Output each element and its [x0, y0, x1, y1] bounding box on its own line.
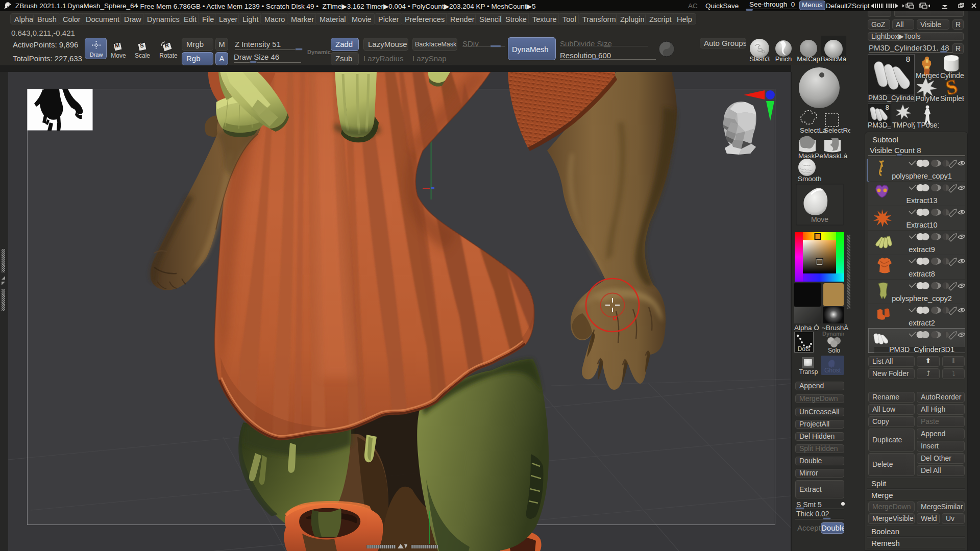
svg-text:extract2: extract2: [909, 319, 935, 327]
svg-text:MatCap: MatCap: [797, 55, 820, 63]
svg-text:SelectRe: SelectRe: [824, 127, 850, 134]
svg-text:Extract13: Extract13: [906, 196, 937, 205]
svg-text:Rotate: Rotate: [159, 52, 178, 59]
svg-text:Extract10: Extract10: [906, 221, 937, 229]
svg-text:Smooth: Smooth: [798, 175, 822, 183]
svg-text:Draw: Draw: [90, 52, 103, 58]
svg-text:MaskLȧ: MaskLȧ: [823, 152, 848, 160]
svg-text:polysphere_copy2: polysphere_copy2: [892, 294, 952, 303]
svg-text:SelectLa: SelectLa: [800, 127, 827, 134]
svg-text:Slash3: Slash3: [749, 55, 770, 63]
svg-text:Ghost: Ghost: [824, 367, 841, 374]
svg-text:Move: Move: [811, 215, 828, 223]
svg-text:Pinch: Pinch: [775, 55, 792, 63]
svg-text:Scale: Scale: [135, 52, 150, 59]
svg-text:Solo: Solo: [828, 347, 840, 354]
svg-text:PM3D_Cylinder3D1: PM3D_Cylinder3D1: [889, 345, 954, 354]
svg-text:Dots: Dots: [798, 345, 811, 353]
svg-text:M: M: [114, 42, 120, 48]
svg-text:8: 8: [906, 55, 910, 63]
svg-text:Transp: Transp: [799, 368, 818, 375]
svg-text:BasicMà: BasicMà: [821, 55, 847, 63]
svg-text:8: 8: [886, 104, 889, 111]
svg-text:polysphere_copy1: polysphere_copy1: [892, 172, 952, 180]
svg-text:Move: Move: [111, 52, 126, 59]
svg-text:MaskPe: MaskPe: [798, 152, 823, 160]
svg-text:extract9: extract9: [909, 245, 935, 254]
svg-text:Dynamic: Dynamic: [822, 332, 844, 337]
svg-text:extract8: extract8: [909, 270, 935, 278]
